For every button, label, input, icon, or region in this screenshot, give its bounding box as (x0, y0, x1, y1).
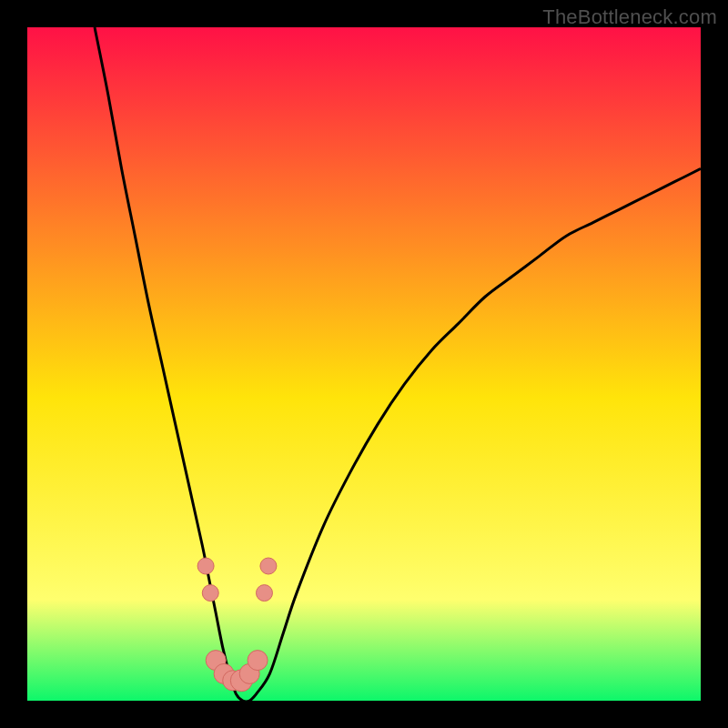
sample-dot (256, 585, 272, 602)
sample-dot (197, 558, 214, 574)
bottleneck-plot (27, 27, 701, 701)
chart-frame: TheBottleneck.com (0, 0, 728, 728)
gradient-bg (27, 27, 701, 701)
watermark-label: TheBottleneck.com (542, 5, 717, 29)
sample-dot (248, 651, 268, 671)
sample-dot (260, 558, 277, 574)
sample-dot (202, 585, 218, 602)
